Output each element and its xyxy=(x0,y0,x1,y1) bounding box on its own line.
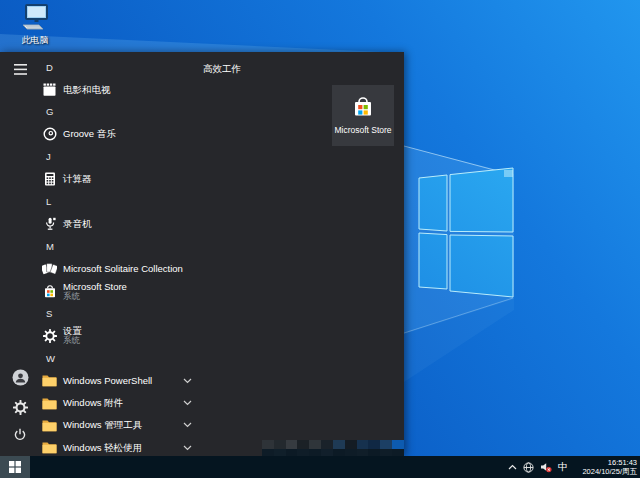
voice-recorder-icon xyxy=(42,216,57,231)
folder-item-windows-accessories[interactable]: Windows 附件 xyxy=(40,392,198,414)
app-list-letter-s[interactable]: S xyxy=(40,302,198,324)
folder-item-windows-powershell[interactable]: Windows PowerShell xyxy=(40,369,198,391)
letter-label: S xyxy=(46,308,52,319)
app-item-calculator[interactable]: 计算器 xyxy=(40,168,198,190)
app-label: Microsoft Solitaire Collection xyxy=(63,264,183,274)
folder-icon xyxy=(42,396,57,411)
app-label: 计算器 xyxy=(63,174,92,184)
system-tray: 中 16:51:43 2024/10/25/周五 xyxy=(508,456,640,478)
chevron-down-icon[interactable] xyxy=(183,443,192,452)
power-icon[interactable] xyxy=(11,426,29,444)
app-list-letter-l[interactable]: L xyxy=(40,190,198,212)
folder-item-windows-ease-of-access[interactable]: Windows 轻松使用 xyxy=(40,437,198,456)
store-bag-icon xyxy=(350,94,376,120)
hamburger-icon[interactable] xyxy=(11,60,29,78)
app-list-letter-g[interactable]: G xyxy=(40,101,198,123)
movies-tv-icon xyxy=(42,82,57,97)
taskbar: 中 16:51:43 2024/10/25/周五 xyxy=(0,456,640,478)
letter-label: J xyxy=(46,151,51,162)
app-item-microsoft-store[interactable]: Microsoft Store 系统 xyxy=(40,280,198,302)
app-list-letter-m[interactable]: M xyxy=(40,235,198,257)
gear-icon[interactable] xyxy=(11,398,29,416)
start-menu: D 电影和电视 G xyxy=(0,52,404,456)
app-sublabel: 系统 xyxy=(63,292,127,301)
desktop-icon-this-pc[interactable]: 此电脑 xyxy=(5,4,65,47)
user-icon[interactable] xyxy=(11,368,29,386)
windows-logo-icon xyxy=(9,461,21,473)
folder-label: Windows 管理工具 xyxy=(63,420,142,430)
chevron-down-icon[interactable] xyxy=(183,421,192,430)
chevron-up-icon[interactable] xyxy=(508,464,517,470)
folder-icon xyxy=(42,418,57,433)
chevron-down-icon[interactable] xyxy=(183,399,192,408)
app-sublabel: 系统 xyxy=(63,336,82,345)
folder-icon xyxy=(42,373,57,388)
folder-label: Windows 附件 xyxy=(63,398,123,408)
app-item-settings[interactable]: 设置 系统 xyxy=(40,325,198,347)
groove-music-icon xyxy=(42,127,57,142)
tile-label: Microsoft Store xyxy=(334,125,391,135)
globe-icon[interactable] xyxy=(523,462,534,473)
tile-microsoft-store[interactable]: Microsoft Store xyxy=(332,85,394,146)
app-label: 电影和电视 xyxy=(63,85,111,95)
app-label: 录音机 xyxy=(63,219,92,229)
folder-label: Windows PowerShell xyxy=(63,376,152,386)
desktop-icon-label: 此电脑 xyxy=(22,34,49,47)
letter-label: M xyxy=(46,241,54,252)
tile-group-title[interactable]: 高效工作 xyxy=(203,63,241,76)
folder-icon xyxy=(42,440,57,455)
ime-indicator[interactable]: 中 xyxy=(558,462,568,472)
letter-label: W xyxy=(46,353,55,364)
start-button[interactable] xyxy=(0,456,30,478)
app-item-voice-recorder[interactable]: 录音机 xyxy=(40,213,198,235)
app-list-letter-d[interactable]: D xyxy=(40,56,198,78)
desktop: 此电脑 xyxy=(0,0,640,478)
chevron-down-icon[interactable] xyxy=(183,376,192,385)
app-item-groove-music[interactable]: Groove 音乐 xyxy=(40,123,198,145)
solitaire-icon xyxy=(42,261,57,276)
start-menu-rail xyxy=(0,52,40,456)
letter-label: G xyxy=(46,106,53,117)
clock-time: 16:51:43 xyxy=(608,458,637,467)
clock-date: 2024/10/25/周五 xyxy=(582,467,637,476)
app-list: D 电影和电视 G xyxy=(40,56,198,456)
app-label: Groove 音乐 xyxy=(63,129,116,139)
taskbar-clock[interactable]: 16:51:43 2024/10/25/周五 xyxy=(577,458,637,476)
gear-icon xyxy=(42,328,57,343)
this-pc-icon xyxy=(19,4,51,32)
app-list-letter-j[interactable]: J xyxy=(40,146,198,168)
app-item-solitaire[interactable]: Microsoft Solitaire Collection xyxy=(40,258,198,280)
calculator-icon xyxy=(42,172,57,187)
store-icon xyxy=(42,284,57,299)
letter-label: D xyxy=(46,62,53,73)
letter-label: L xyxy=(46,196,51,207)
folder-item-windows-admin-tools[interactable]: Windows 管理工具 xyxy=(40,414,198,436)
app-list-letter-w[interactable]: W xyxy=(40,347,198,369)
speaker-muted-icon[interactable] xyxy=(540,462,552,473)
folder-label: Windows 轻松使用 xyxy=(63,443,142,453)
censored-watermark xyxy=(262,440,404,456)
app-item-movies-tv[interactable]: 电影和电视 xyxy=(40,78,198,100)
